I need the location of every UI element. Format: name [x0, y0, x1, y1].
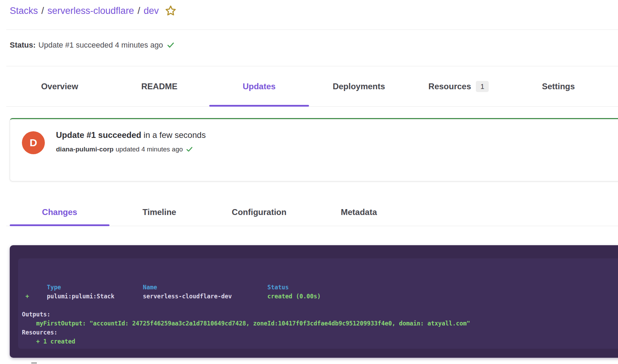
console-text-segment: [22, 284, 47, 291]
status-bar: Status: Update #1 succeeded 4 minutes ag…: [10, 39, 175, 51]
subtab-metadata[interactable]: Metadata: [309, 198, 409, 226]
console-text-segment: [22, 293, 25, 300]
console-line: myFirstOutput: "accountId: 24725f46259aa…: [22, 319, 618, 328]
breadcrumb-link-dev[interactable]: dev: [144, 6, 159, 16]
console-text-segment: [61, 284, 143, 291]
update-title-strong: Update #1 succeeded: [56, 130, 141, 140]
update-meta-text: updated 4 minutes ago: [116, 146, 183, 153]
tab-label: Updates: [243, 82, 276, 91]
status-label: Status:: [10, 41, 36, 50]
console-line: Type Name Status: [22, 283, 618, 292]
console-text-segment: Resources:: [22, 329, 57, 336]
scrollbar-fragment: [31, 362, 37, 364]
tab-updates[interactable]: Updates: [209, 66, 309, 107]
tab-label: Overview: [41, 82, 78, 91]
console-text-segment: created (0.00s): [267, 293, 321, 300]
resource-count-badge: 1: [476, 81, 489, 92]
console-text-segment: [22, 338, 36, 345]
tab-label: Metadata: [341, 207, 377, 217]
console-output: Type Name Status + pulumi:pulumi:Stack s…: [18, 258, 618, 346]
update-card-meta: diana-pulumi-corp updated 4 minutes ago: [56, 146, 193, 153]
tab-label: Settings: [542, 82, 575, 91]
console-text-segment: [22, 320, 36, 327]
update-card[interactable]: D Update #1 succeeded in a few seconds d…: [10, 118, 618, 181]
stack-tabs: OverviewREADMEUpdatesDeploymentsResource…: [10, 66, 608, 107]
breadcrumb-link-stacks[interactable]: Stacks: [10, 6, 38, 16]
status-message: Update #1 succeeded 4 minutes ago: [39, 41, 163, 50]
update-title-rest: in a few seconds: [141, 130, 205, 140]
divider: [6, 30, 618, 30]
console-text-segment: Outputs:: [22, 311, 50, 318]
console-text-segment: serverless-cloudflare-dev: [143, 293, 232, 300]
subtab-changes[interactable]: Changes: [10, 198, 109, 226]
update-author: diana-pulumi-corp: [56, 146, 114, 153]
tab-label: Deployments: [333, 82, 385, 91]
avatar: D: [22, 131, 45, 154]
breadcrumb-items: Stacks/serverless-cloudflare/dev: [10, 6, 159, 16]
console-output-panel: Type Name Status + pulumi:pulumi:Stack s…: [18, 258, 618, 349]
tab-settings[interactable]: Settings: [509, 66, 608, 107]
tab-label: Changes: [42, 207, 77, 217]
tab-overview[interactable]: Overview: [10, 66, 109, 107]
success-check-icon: [186, 146, 193, 153]
tab-label: README: [141, 82, 177, 91]
breadcrumb: Stacks/serverless-cloudflare/dev: [0, 0, 618, 17]
console-line: + pulumi:pulumi:Stack serverless-cloudfl…: [22, 292, 618, 301]
console-text-segment: +: [25, 293, 29, 300]
star-icon: [164, 5, 177, 17]
tab-deployments[interactable]: Deployments: [309, 66, 409, 107]
console-text-segment: myFirstOutput: "accountId: 24725f46259aa…: [36, 320, 470, 327]
tab-label: Timeline: [143, 207, 176, 217]
pulumi-stack-update-page: Stacks/serverless-cloudflare/dev Status:…: [0, 0, 618, 364]
console-text-segment: [29, 293, 47, 300]
tab-label: Configuration: [232, 207, 286, 217]
breadcrumb-link-serverless-cloudflare[interactable]: serverless-cloudflare: [48, 6, 134, 16]
tab-resources[interactable]: Resources1: [409, 66, 509, 107]
console-text-segment: + 1 created: [36, 338, 75, 345]
breadcrumb-separator: /: [138, 6, 140, 16]
update-console: Type Name Status + pulumi:pulumi:Stack s…: [10, 245, 618, 358]
console-line: [22, 301, 618, 310]
console-line: Resources:: [22, 328, 618, 337]
tab-readme[interactable]: README: [109, 66, 209, 107]
console-text-segment: Name: [143, 284, 157, 291]
console-text-segment: pulumi:pulumi:Stack: [47, 293, 114, 300]
subtab-timeline[interactable]: Timeline: [109, 198, 209, 226]
update-detail-tabs: ChangesTimelineConfigurationMetadata: [10, 198, 409, 226]
console-line: Outputs:: [22, 310, 618, 319]
success-check-icon: [166, 41, 175, 49]
favorite-star-button[interactable]: [164, 5, 177, 17]
console-line: + 1 created: [22, 337, 618, 346]
console-text-segment: Status: [267, 284, 288, 291]
console-text-segment: [232, 293, 267, 300]
console-text-segment: [157, 284, 267, 291]
console-text-segment: [114, 293, 143, 300]
tab-label: Resources: [429, 82, 471, 91]
console-text-segment: Type: [47, 284, 61, 291]
breadcrumb-separator: /: [41, 6, 44, 16]
subtab-configuration[interactable]: Configuration: [209, 198, 309, 226]
update-card-title: Update #1 succeeded in a few seconds: [56, 130, 206, 140]
